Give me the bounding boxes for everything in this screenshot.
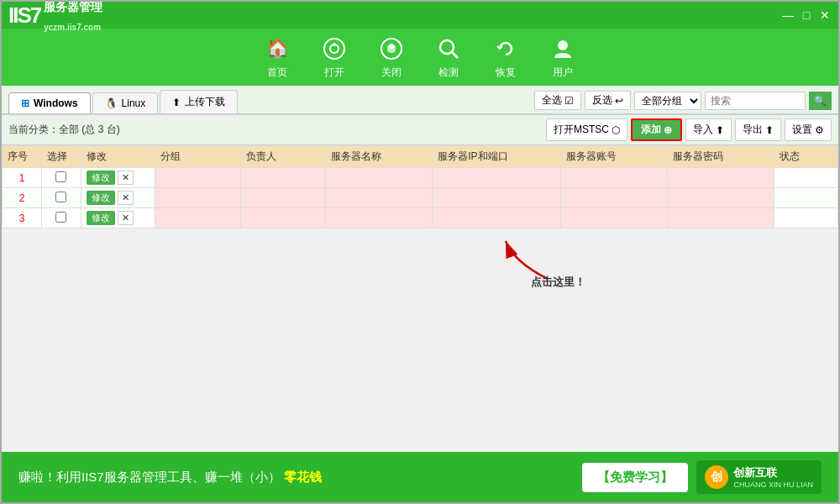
search-input[interactable] [705,92,806,110]
col-select: 选择 [41,146,81,168]
table-row: 2 修改 ✕ [3,188,838,208]
tab-linux[interactable]: 🐧 Linux [92,92,159,113]
row2-checkbox[interactable] [55,192,66,202]
tab-upload-label: 上传下载 [185,95,225,109]
row2-num: 2 [3,188,42,208]
detect-icon [435,35,462,62]
row3-name [326,208,433,228]
import-icon: ⬆ [716,124,724,136]
row1-checkbox[interactable] [55,171,66,182]
row2-delete-button[interactable]: ✕ [118,191,134,205]
category-label: 当前分类：全部 (总 3 台) [8,123,120,137]
invert-select-button[interactable]: 反选 ↩ [585,91,631,110]
row1-modify-button[interactable]: 修改 [87,171,115,185]
click-here-label: 点击这里！ [531,275,585,290]
row3-modify-button[interactable]: 修改 [87,211,115,225]
nav-close[interactable]: 关闭 [371,35,412,80]
group-dropdown[interactable]: 全部分组 [634,92,701,110]
nav-restore[interactable]: 恢复 [486,35,526,80]
row1-delete-button[interactable]: ✕ [118,171,134,185]
nav-detect-label: 检测 [438,66,459,80]
free-study-button[interactable]: 【免费学习】 [582,463,688,492]
upload-icon: ⬆ [172,97,181,108]
annotation-container: 点击这里！ [497,237,564,290]
nav-user[interactable]: 用户 [543,35,583,80]
close-button[interactable]: ✕ [818,8,832,22]
minimize-button[interactable]: — [781,8,795,22]
add-label: 添加 [641,123,661,137]
settings-button[interactable]: 设置 ⚙ [785,118,832,141]
tab-windows-label: Windows [34,97,78,109]
row2-modify-button[interactable]: 修改 [87,191,115,205]
row3-checkbox[interactable] [55,212,66,223]
server-table-container: 序号 选择 修改 分组 负责人 服务器名称 服务器IP和端口 服务器账号 服务器… [2,145,838,228]
search-button[interactable]: 🔍 [809,92,832,110]
col-status: 状态 [774,146,837,168]
row3-account [560,208,667,228]
linux-icon: 🐧 [105,97,118,109]
col-modify: 修改 [81,146,155,168]
nav-open-label: 打开 [324,66,344,80]
invert-icon: ↩ [615,95,623,107]
close-nav-icon [378,35,405,62]
restore-button[interactable]: □ [800,8,813,22]
add-server-button[interactable]: 添加 ⊕ [631,118,682,141]
settings-label: 设置 [792,123,812,137]
import-button[interactable]: 导入 ⬆ [685,118,732,141]
col-ip: 服务器IP和端口 [433,146,560,168]
brand-text: 创新互联 CHUANG XIN HU LIAN [733,465,813,489]
brand-badge: 创 创新互联 CHUANG XIN HU LIAN [696,460,822,494]
action-bar: 当前分类：全部 (总 3 台) 打开MSTSC ⬡ 添加 ⊕ 导入 ⬆ 导出 ⬆ [2,115,838,145]
row1-owner [240,168,326,188]
tab-upload[interactable]: ⬆ 上传下载 [160,90,238,113]
bottom-banner: 赚啦！利用IIS7服务器管理工具、赚一堆（小） 零花钱 【免费学习】 创 创新互… [2,452,838,502]
row3-checkbox-cell [41,208,81,228]
row3-delete-button[interactable]: ✕ [118,211,134,225]
select-all-button[interactable]: 全选 ☑ [534,91,581,110]
row1-account [560,168,667,188]
row2-status [774,188,837,208]
table-header-row: 序号 选择 修改 分组 负责人 服务器名称 服务器IP和端口 服务器账号 服务器… [3,146,838,168]
row2-checkbox-cell [41,188,81,208]
col-group: 分组 [155,146,241,168]
row2-owner [240,188,326,208]
nav-detect[interactable]: 检测 [428,35,469,80]
nav-user-label: 用户 [553,66,573,80]
free-study-label: 【免费学习】 [597,470,673,484]
action-buttons: 打开MSTSC ⬡ 添加 ⊕ 导入 ⬆ 导出 ⬆ 设置 ⚙ [546,118,832,141]
tab-toolbar-row: ⊞ Windows 🐧 Linux ⬆ 上传下载 全选 ☑ 反选 [2,86,838,115]
export-button[interactable]: 导出 ⬆ [735,118,781,141]
banner-main-text: 赚啦！利用IIS7服务器管理工具、赚一堆（小） [18,470,281,484]
svg-line-5 [452,52,458,58]
row2-group [155,188,241,208]
row1-status [774,168,837,188]
invert-label: 反选 [592,93,612,108]
select-all-label: 全选 [542,93,562,108]
brand-sub: CHUANG XIN HU LIAN [733,480,813,489]
brand-logo-icon: 创 [705,465,728,489]
row3-owner [240,208,326,228]
tab-windows[interactable]: ⊞ Windows [8,92,91,113]
logo-iis7: IIS7 [8,3,40,29]
svg-point-4 [440,40,454,54]
banner-highlight: 零花钱 [284,470,322,484]
svg-point-3 [389,44,394,49]
export-label: 导出 [743,123,763,137]
row1-num: 1 [3,168,42,188]
row1-checkbox-cell [41,168,81,188]
nav-open[interactable]: 打开 [314,35,354,80]
row3-actions: 修改 ✕ [81,208,155,228]
title-left: IIS7 服务器管理 yczm.iis7.com [8,0,102,34]
tab-group: ⊞ Windows 🐧 Linux ⬆ 上传下载 [8,90,238,113]
add-icon: ⊕ [664,124,672,136]
title-controls: — □ ✕ [781,8,832,22]
row1-name [326,168,433,188]
table-row: 1 修改 ✕ [3,168,838,188]
nav-home[interactable]: 🏠 首页 [257,35,297,80]
open-mstsc-button[interactable]: 打开MSTSC ⬡ [546,118,627,141]
nav-bar: 🏠 首页 打开 关闭 [2,29,838,86]
banner-text: 赚啦！利用IIS7服务器管理工具、赚一堆（小） 零花钱 [18,470,322,486]
logo-domain: yczm.iis7.com [44,23,101,32]
tab-linux-label: Linux [122,97,146,109]
row3-ip [433,208,560,228]
